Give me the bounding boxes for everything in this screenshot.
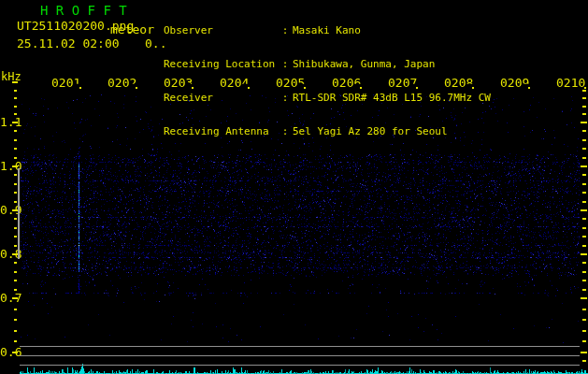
tick-mark — [582, 139, 586, 141]
info-separator: : — [278, 126, 293, 137]
info-label: Receiver — [164, 93, 278, 104]
time-tick-label: 0201 — [51, 76, 80, 90]
info-value: 5el Yagi Az 280 for Seoul — [293, 126, 448, 137]
observation-name: meteor — [110, 22, 154, 36]
tick-mark — [581, 352, 587, 353]
tick-mark — [79, 87, 81, 89]
observation-datetime: 25.11.02 02:00 — [17, 36, 120, 50]
tick-mark — [582, 280, 586, 281]
tick-mark — [582, 113, 586, 115]
hrofft-screen: H R O F F T UT2511020200.png meteor 25.1… — [0, 0, 588, 374]
tick-mark — [582, 201, 586, 203]
tick-mark — [582, 218, 586, 220]
tick-mark — [582, 319, 586, 321]
freq-tick-label: 1.1 — [0, 115, 22, 129]
info-row-antenna: Receiving Antenna:5el Yagi Az 280 for Se… — [164, 126, 491, 137]
tick-mark — [14, 201, 17, 203]
tick-mark — [14, 289, 17, 291]
tick-mark — [582, 236, 586, 237]
tick-mark — [582, 271, 586, 273]
info-separator: : — [278, 25, 293, 36]
time-tick-label: 0208 — [444, 76, 473, 90]
tick-mark — [582, 330, 586, 332]
info-separator: : — [278, 93, 293, 104]
info-label: Receiving Location — [164, 59, 278, 70]
time-tick-label: 0206 — [332, 76, 361, 90]
tick-mark — [12, 81, 18, 83]
freq-tick-label: 0.6 — [0, 345, 22, 359]
tick-mark — [582, 340, 586, 342]
time-tick-label: 0209 — [500, 76, 529, 90]
tick-mark — [581, 122, 587, 123]
freq-axis-unit: kHz — [1, 70, 22, 83]
tick-mark — [14, 262, 17, 264]
tick-mark — [14, 227, 17, 229]
tick-mark — [14, 280, 17, 281]
tick-mark — [14, 192, 17, 194]
tick-mark — [360, 87, 362, 89]
info-label: Receiving Antenna — [164, 126, 278, 137]
tick-mark — [14, 271, 17, 273]
tick-mark — [14, 340, 17, 342]
tick-mark — [472, 87, 474, 89]
info-separator: : — [278, 59, 293, 70]
tick-mark — [14, 90, 17, 92]
tick-mark — [581, 253, 587, 255]
tick-mark — [14, 139, 17, 141]
tick-mark — [14, 218, 17, 220]
tick-mark — [248, 87, 250, 89]
tick-mark — [12, 165, 18, 167]
level-panel-line-bottom — [20, 365, 580, 366]
tick-mark — [14, 319, 17, 321]
info-row-receiver: Receiver:RTL-SDR SDR# 43dB L15 96.7MHz C… — [164, 93, 491, 104]
tick-mark — [582, 106, 586, 108]
app-title: H R O F F T — [40, 3, 127, 18]
tick-mark — [14, 174, 17, 176]
tick-mark — [582, 148, 586, 150]
tick-mark — [582, 192, 586, 194]
tick-mark — [582, 360, 586, 362]
tick-mark — [582, 227, 586, 229]
tick-mark — [582, 90, 586, 92]
info-value: Shibukawa, Gunma, Japan — [293, 59, 435, 70]
detection-band-marker — [18, 168, 20, 259]
tick-mark — [14, 236, 17, 237]
tick-mark — [14, 245, 17, 247]
time-tick-label: 0204 — [220, 76, 249, 90]
tick-mark — [581, 297, 587, 299]
tick-mark — [582, 245, 586, 247]
tick-mark — [12, 352, 18, 353]
station-info: Observer:Masaki Kano Receiving Location:… — [164, 3, 491, 160]
tick-mark — [304, 87, 306, 89]
tick-mark — [581, 165, 587, 167]
tick-mark — [14, 157, 17, 159]
info-row-location: Receiving Location:Shibukawa, Gunma, Jap… — [164, 59, 491, 70]
tick-mark — [582, 262, 586, 264]
tick-mark — [192, 87, 194, 89]
tick-mark — [582, 97, 586, 99]
tick-mark — [584, 87, 586, 89]
tick-mark — [582, 289, 586, 291]
tick-mark — [12, 122, 18, 123]
tick-mark — [14, 97, 17, 99]
tick-mark — [14, 148, 17, 150]
tick-mark — [12, 297, 18, 299]
tick-mark — [582, 130, 586, 132]
time-tick-label: 0207 — [388, 76, 417, 90]
info-row-observer: Observer:Masaki Kano — [164, 25, 491, 36]
tick-mark — [581, 209, 587, 211]
tick-mark — [14, 106, 17, 108]
tick-mark — [528, 87, 530, 89]
tick-mark — [14, 113, 17, 115]
time-tick-label: 0205 — [276, 76, 305, 90]
tick-mark — [136, 87, 137, 89]
tick-mark — [416, 87, 418, 89]
tick-mark — [582, 183, 586, 185]
tick-mark — [14, 330, 17, 332]
level-panel-line-top — [20, 346, 580, 347]
level-panel-line-mid — [20, 355, 580, 356]
tick-mark — [582, 174, 586, 176]
tick-mark — [582, 157, 586, 159]
time-tick-label: 0210 — [556, 76, 585, 90]
tick-mark — [14, 183, 17, 185]
